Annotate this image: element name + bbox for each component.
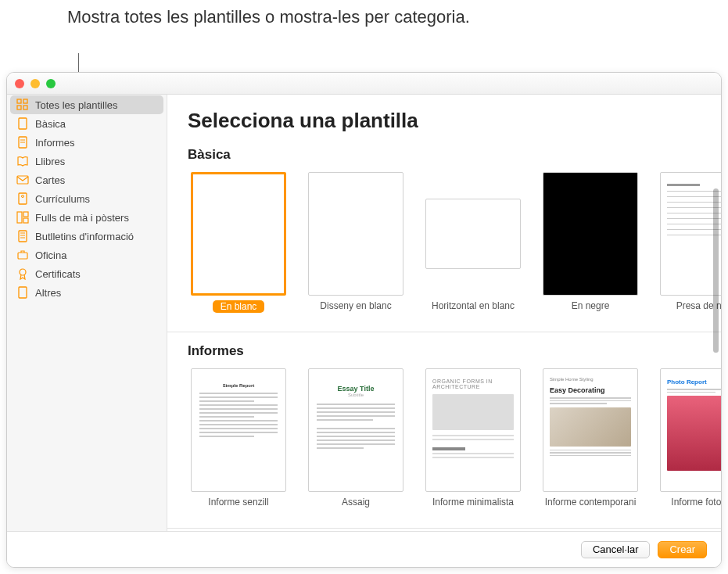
sidebar-item-label: Llibres: [35, 156, 65, 167]
sidebar-item-label: Currículums: [35, 193, 90, 205]
template-note-taking[interactable]: Presa de notes: [660, 172, 721, 322]
template-photo-report[interactable]: Photo Report Informe fotogràfic: [660, 368, 721, 518]
template-label: En blanc: [213, 300, 265, 313]
sidebar-item-books[interactable]: Llibres: [7, 152, 167, 170]
svg-rect-20: [19, 287, 27, 298]
template-row-reports: Simple Report Informe senzill Essay Titl…: [188, 368, 701, 518]
template-label: Informe fotogràfic: [671, 497, 721, 518]
template-thumbnail: Simple Home Styling Easy Decorating: [543, 368, 638, 492]
template-thumbnail: Simple Report: [191, 368, 286, 492]
template-label: En negre: [572, 300, 610, 322]
template-row-basic: En blanc Disseny en blanc Horitzontal en…: [188, 172, 701, 322]
svg-rect-2: [17, 106, 21, 109]
svg-rect-18: [18, 253, 27, 259]
template-label: Informe senzill: [208, 497, 268, 518]
create-button[interactable]: Crear: [658, 541, 707, 558]
sidebar-item-label: Butlletins d'informació: [35, 231, 134, 242]
template-chooser-window: Totes les plantilles Bàsica Informes Lli…: [6, 72, 722, 568]
svg-rect-0: [17, 99, 21, 103]
sidebar-item-office[interactable]: Oficina: [7, 246, 167, 264]
briefcase-icon: [16, 249, 29, 261]
sidebar-item-label: Altres: [35, 287, 61, 299]
template-label: Informe contemporani: [545, 497, 637, 518]
template-essay[interactable]: Essay Title Subtitle Assaig: [308, 368, 403, 518]
sidebar-item-flyers-posters[interactable]: Fulls de mà i pòsters: [7, 208, 167, 227]
svg-rect-4: [19, 118, 27, 129]
book-icon: [16, 155, 29, 167]
template-thumbnail: [191, 172, 286, 296]
template-contemporary-report[interactable]: Simple Home Styling Easy Decorating Info…: [543, 368, 638, 518]
envelope-icon: [16, 174, 29, 186]
grid-icon: [16, 211, 29, 224]
sidebar-item-label: Cartes: [35, 174, 65, 186]
ribbon-icon: [16, 267, 29, 280]
window-body: Totes les plantilles Bàsica Informes Lli…: [7, 95, 721, 531]
svg-point-10: [22, 196, 24, 198]
svg-point-19: [20, 269, 26, 275]
doc-icon: [16, 286, 29, 299]
template-minimalist-report[interactable]: ORGANIC FORMS IN ARCHITECTURE Informe mi…: [425, 368, 521, 518]
template-blank-layout[interactable]: Disseny en blanc: [308, 172, 403, 322]
sidebar-item-label: Oficina: [35, 249, 66, 261]
doc-icon: [16, 192, 29, 205]
callout-text: Mostra totes les plantilles o mostra-les…: [67, 6, 470, 29]
svg-rect-3: [23, 106, 27, 109]
template-thumbnail: Essay Title Subtitle: [308, 368, 403, 492]
doc-icon: [16, 117, 29, 130]
sidebar-item-label: Certificats: [35, 268, 81, 280]
sidebar-item-other[interactable]: Altres: [7, 283, 167, 302]
template-label: Disseny en blanc: [320, 300, 391, 322]
doc-icon: [16, 230, 29, 242]
section-title-reports: Informes: [188, 343, 701, 359]
svg-rect-8: [17, 176, 28, 184]
template-thumbnail: [543, 172, 638, 296]
template-thumbnail: [660, 172, 721, 296]
template-grid: Selecciona una plantilla Bàsica En blanc…: [167, 95, 721, 531]
template-thumbnail: Photo Report: [660, 368, 721, 492]
sidebar-item-certificates[interactable]: Certificats: [7, 264, 167, 283]
sidebar-item-letters[interactable]: Cartes: [7, 170, 167, 189]
template-black[interactable]: En negre: [543, 172, 638, 322]
template-label: Informe minimalista: [432, 497, 514, 518]
template-blank-landscape[interactable]: Horitzontal en blanc: [425, 172, 521, 322]
minimize-window-button[interactable]: [30, 79, 40, 88]
template-label: Horitzontal en blanc: [432, 300, 515, 322]
dialog-footer: Cancel·lar Crear: [7, 531, 721, 567]
svg-rect-1: [23, 99, 27, 103]
sidebar-item-newsletters[interactable]: Butlletins d'informació: [7, 227, 167, 246]
sidebar-item-basic[interactable]: Bàsica: [7, 114, 167, 133]
sidebar-item-all-templates[interactable]: Totes les plantilles: [10, 95, 163, 114]
close-window-button[interactable]: [15, 79, 24, 88]
template-thumbnail: [425, 199, 521, 269]
cancel-button[interactable]: Cancel·lar: [581, 541, 651, 558]
template-thumbnail: ORGANIC FORMS IN ARCHITECTURE: [425, 368, 521, 492]
sidebar-item-reports[interactable]: Informes: [7, 133, 167, 152]
template-label: Assaig: [342, 497, 370, 518]
window-titlebar: [7, 73, 721, 95]
page-title: Selecciona una plantilla: [188, 109, 701, 133]
svg-rect-12: [23, 212, 28, 217]
sidebar-item-resumes[interactable]: Currículums: [7, 189, 167, 208]
sidebar-item-label: Bàsica: [35, 118, 66, 130]
svg-rect-13: [23, 218, 28, 223]
grid-icon: [16, 99, 29, 111]
zoom-window-button[interactable]: [46, 79, 56, 88]
svg-rect-14: [19, 231, 27, 242]
scrollbar-thumb[interactable]: [713, 188, 719, 353]
template-thumbnail: [308, 172, 403, 296]
section-divider: [167, 332, 721, 332]
section-divider: [167, 528, 721, 529]
template-blank[interactable]: En blanc: [191, 172, 286, 322]
sidebar-item-label: Informes: [35, 137, 75, 149]
sidebar-item-label: Fulls de mà i pòsters: [35, 212, 129, 224]
category-sidebar: Totes les plantilles Bàsica Informes Lli…: [7, 95, 167, 531]
template-simple-report[interactable]: Simple Report Informe senzill: [191, 368, 286, 518]
sidebar-item-label: Totes les plantilles: [35, 99, 118, 111]
svg-rect-11: [17, 212, 22, 223]
doc-icon: [16, 136, 29, 149]
section-title-basic: Bàsica: [188, 147, 701, 163]
